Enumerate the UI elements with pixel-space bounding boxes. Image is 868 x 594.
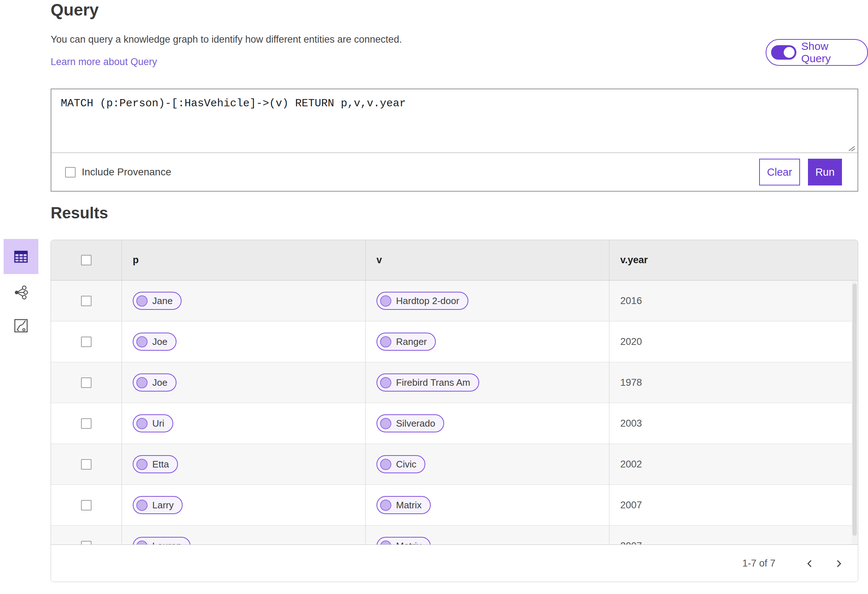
year-value: 2002 (620, 459, 642, 470)
entity-label: Joe (152, 336, 167, 348)
show-query-toggle-button[interactable]: Show Query (766, 39, 868, 66)
column-header-p: p (133, 255, 139, 266)
year-value: 2007 (620, 500, 642, 511)
entity-label: Ranger (396, 336, 427, 348)
sidebar-item-table-view[interactable] (4, 239, 38, 274)
year-value: 2020 (620, 336, 642, 348)
entity-label: Joe (152, 377, 167, 388)
table-row: Joe Ranger 2020 (51, 321, 858, 362)
results-title: Results (51, 204, 108, 222)
query-input[interactable]: MATCH (p:Person)-[:HasVehicle]->(v) RETU… (52, 89, 858, 153)
scrollbar-thumb[interactable] (852, 283, 857, 536)
entity-node-icon (136, 295, 148, 307)
entity-label: Matrix (396, 500, 422, 511)
entity-label: Silverado (396, 418, 435, 429)
entity-label: Larry (152, 500, 174, 511)
row-checkbox[interactable] (81, 337, 92, 347)
show-query-label: Show Query (801, 40, 858, 65)
row-checkbox[interactable] (81, 418, 92, 429)
entity-node-icon (380, 418, 391, 429)
map-view-icon (14, 318, 28, 333)
table-row: Larry Matrix 2007 (51, 485, 858, 526)
entity-pill-person[interactable]: Larry (133, 496, 183, 514)
table-row: Uri Silverado 2003 (51, 403, 858, 444)
sidebar-item-map-view[interactable] (13, 318, 28, 333)
entity-pill-vehicle[interactable]: Matrix (376, 496, 431, 514)
entity-label: Civic (396, 459, 416, 470)
chevron-right-icon (835, 560, 843, 567)
include-provenance-label: Include Provenance (82, 166, 171, 178)
column-header-v: v (376, 255, 382, 266)
query-editor-panel: MATCH (p:Person)-[:HasVehicle]->(v) RETU… (51, 88, 858, 192)
entity-pill-vehicle[interactable]: Hardtop 2-door (376, 292, 468, 310)
results-table: p v v.year Jane Hardtop 2-door 2016 Joe (51, 240, 858, 582)
graph-view-icon (14, 285, 28, 300)
pagination-next-button[interactable] (830, 555, 847, 572)
entity-label: Jane (152, 295, 173, 307)
entity-pill-vehicle[interactable]: Firebird Trans Am (376, 373, 479, 392)
clear-button[interactable]: Clear (759, 159, 800, 186)
resize-handle-icon[interactable] (847, 143, 855, 152)
year-value: 2003 (620, 418, 642, 429)
table-header-row: p v v.year (51, 240, 858, 280)
sidebar-item-graph-view[interactable] (13, 285, 28, 300)
row-checkbox[interactable] (81, 296, 92, 306)
table-view-icon (14, 251, 28, 263)
include-provenance-checkbox[interactable] (65, 167, 75, 177)
entity-pill-person[interactable]: Joe (133, 373, 177, 392)
entity-label: Uri (152, 418, 164, 429)
entity-node-icon (380, 459, 391, 470)
entity-node-icon (136, 418, 148, 429)
table-row: Jane Hardtop 2-door 2016 (51, 280, 858, 321)
entity-node-icon (380, 295, 391, 307)
entity-pill-vehicle[interactable]: Silverado (376, 414, 444, 432)
table-row: Joe Firebird Trans Am 1978 (51, 362, 858, 403)
entity-pill-person[interactable]: Joe (133, 333, 177, 351)
entity-node-icon (136, 377, 148, 388)
year-value: 1978 (620, 377, 642, 388)
entity-label: Etta (152, 459, 169, 470)
select-all-checkbox[interactable] (81, 255, 92, 265)
column-header-v-year: v.year (620, 255, 648, 266)
pagination-footer: 1-7 of 7 (51, 544, 858, 582)
entity-pill-vehicle[interactable]: Civic (376, 455, 425, 473)
entity-pill-person[interactable]: Jane (133, 292, 182, 310)
entity-node-icon (136, 459, 148, 470)
run-button[interactable]: Run (808, 159, 842, 186)
entity-node-icon (380, 500, 391, 511)
row-checkbox[interactable] (81, 377, 92, 388)
table-row: Etta Civic 2002 (51, 444, 858, 485)
toggle-switch-on[interactable] (771, 45, 796, 60)
entity-pill-person[interactable]: Uri (133, 414, 173, 432)
pagination-range: 1-7 of 7 (742, 558, 775, 569)
page-title: Query (51, 0, 99, 19)
entity-node-icon (136, 500, 148, 511)
year-value: 2016 (620, 295, 642, 307)
table-scrollbar[interactable] (852, 281, 858, 544)
table-body: Jane Hardtop 2-door 2016 Joe Ranger 2020 (51, 280, 858, 566)
entity-node-icon (380, 377, 391, 388)
row-checkbox[interactable] (81, 500, 92, 510)
learn-more-link[interactable]: Learn more about Query (51, 56, 157, 68)
entity-label: Firebird Trans Am (396, 377, 470, 388)
toggle-knob (784, 47, 794, 58)
pagination-prev-button[interactable] (802, 555, 818, 572)
query-toolbar: Include Provenance Clear Run (52, 153, 858, 191)
entity-node-icon (380, 336, 391, 348)
page-description: You can query a knowledge graph to ident… (51, 34, 402, 45)
entity-node-icon (136, 336, 148, 348)
entity-pill-person[interactable]: Etta (133, 455, 178, 473)
row-checkbox[interactable] (81, 459, 92, 470)
chevron-left-icon (806, 560, 814, 567)
entity-label: Hardtop 2-door (396, 295, 459, 307)
entity-pill-vehicle[interactable]: Ranger (376, 333, 436, 351)
